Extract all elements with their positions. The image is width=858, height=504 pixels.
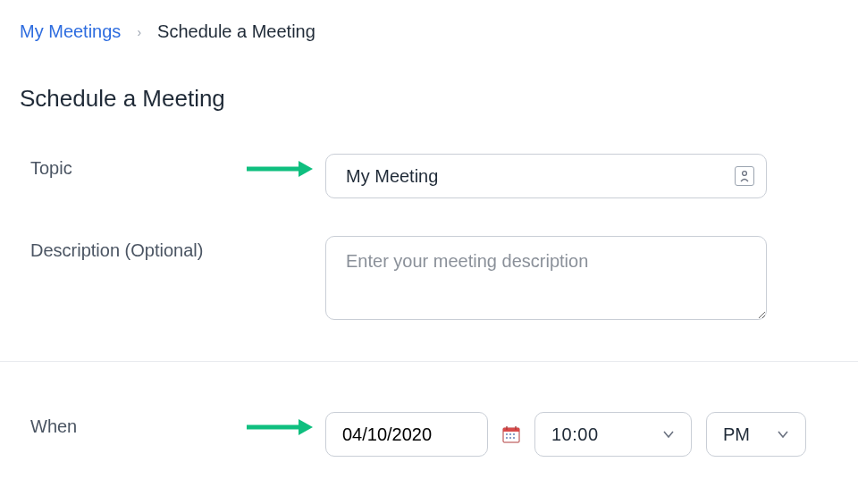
arrow-right-icon	[247, 419, 313, 435]
description-textarea[interactable]	[325, 236, 767, 320]
page-title: Schedule a Meeting	[20, 85, 838, 113]
time-select[interactable]: 10:00	[534, 412, 692, 457]
section-divider	[0, 361, 858, 362]
calendar-icon[interactable]	[502, 425, 520, 443]
chevron-down-icon	[777, 428, 789, 441]
topic-label: Topic	[30, 154, 72, 182]
description-row: Description (Optional)	[30, 236, 828, 323]
arrow-right-icon	[247, 161, 313, 177]
when-label: When	[30, 412, 77, 441]
chevron-right-icon: ›	[137, 25, 141, 39]
svg-rect-12	[506, 437, 508, 439]
ampm-value: PM	[723, 424, 750, 445]
ampm-select[interactable]: PM	[706, 412, 806, 457]
chevron-down-icon	[662, 428, 675, 441]
breadcrumb-root-link[interactable]: My Meetings	[20, 21, 121, 42]
svg-rect-11	[513, 433, 515, 435]
svg-rect-10	[509, 433, 511, 435]
breadcrumb-current: Schedule a Meeting	[157, 21, 315, 42]
svg-rect-6	[503, 428, 519, 432]
description-label: Description (Optional)	[30, 236, 203, 265]
svg-point-2	[743, 172, 747, 176]
svg-rect-14	[513, 437, 515, 439]
svg-marker-1	[299, 161, 313, 177]
svg-marker-4	[299, 419, 313, 435]
date-input[interactable]	[325, 412, 488, 457]
time-value: 10:00	[551, 424, 599, 445]
svg-rect-13	[509, 437, 511, 439]
topic-row: Topic	[30, 154, 828, 198]
contact-card-icon	[735, 166, 754, 186]
topic-input[interactable]	[325, 154, 767, 198]
breadcrumb: My Meetings › Schedule a Meeting	[20, 21, 838, 42]
svg-rect-9	[506, 433, 508, 435]
when-row: When 10:00	[30, 412, 828, 457]
